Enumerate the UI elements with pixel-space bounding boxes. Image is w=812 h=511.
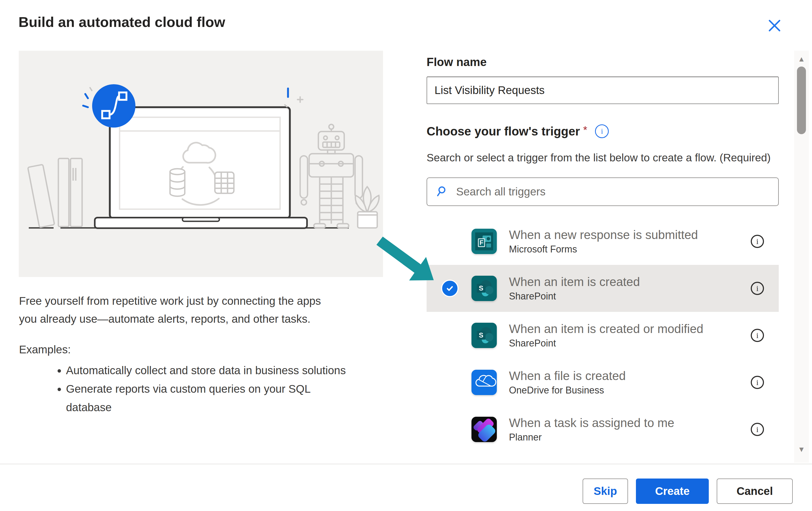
page-title: Build an automated cloud flow — [19, 14, 225, 30]
search-input[interactable] — [456, 185, 778, 198]
pointer-arrow — [374, 237, 438, 287]
database-icon — [170, 169, 185, 196]
trigger-row-onedrive-file-created[interactable]: When a file is created OneDrive for Busi… — [427, 359, 779, 406]
sharepoint-icon: S — [471, 275, 497, 302]
footer-divider — [0, 464, 812, 464]
flow-name-label: Flow name — [427, 55, 487, 69]
table-icon — [215, 172, 234, 193]
close-button[interactable] — [766, 18, 783, 34]
trigger-title: When a task is assigned to me — [509, 416, 674, 430]
svg-text:F: F — [480, 239, 484, 246]
search-icon — [437, 185, 449, 198]
examples-list: Automatically collect and store data in … — [19, 361, 409, 417]
trigger-row-forms[interactable]: F When a new response is submitted Micro… — [427, 218, 779, 265]
trigger-title: When an item is created — [509, 274, 640, 289]
trigger-row-sharepoint-item-created[interactable]: S When an item is created SharePoint i — [427, 265, 779, 312]
trigger-title: When a new response is submitted — [509, 227, 698, 242]
robot-illustration — [300, 124, 362, 228]
info-icon[interactable]: i — [751, 423, 764, 436]
trigger-app: SharePoint — [509, 290, 640, 302]
sharepoint-icon: S — [471, 322, 497, 348]
plant-illustration — [355, 187, 379, 228]
scroll-up-icon[interactable]: ▲ — [794, 55, 809, 63]
scrollbar[interactable]: ▲ ▼ — [794, 51, 809, 463]
scroll-down-icon[interactable]: ▼ — [794, 445, 809, 454]
info-icon[interactable]: i — [751, 329, 764, 342]
cancel-button[interactable]: Cancel — [717, 479, 793, 504]
create-button[interactable]: Create — [636, 479, 709, 504]
trigger-row-sharepoint-item-created-modified[interactable]: S When an item is created or modified Sh… — [427, 312, 779, 359]
examples-label: Examples: — [19, 343, 71, 356]
scrollbar-thumb[interactable] — [797, 66, 806, 134]
trigger-app: OneDrive for Business — [509, 384, 626, 396]
trigger-list: F When a new response is submitted Micro… — [427, 218, 779, 453]
skip-button[interactable]: Skip — [583, 479, 628, 504]
selected-check-icon — [441, 280, 459, 297]
description-text: Free yourself from repetitive work just … — [19, 292, 394, 328]
info-icon[interactable]: i — [751, 282, 764, 295]
build-automated-cloud-flow-dialog: { "dialog": { "title": "Build an automat… — [0, 0, 812, 511]
trigger-row-planner-task-assigned[interactable]: When a task is assigned to me Planner i — [427, 406, 779, 453]
trigger-heading: Choose your flow's trigger — [427, 124, 580, 138]
onedrive-icon — [471, 369, 497, 396]
planner-icon — [471, 416, 497, 443]
flow-badge-icon — [92, 84, 136, 127]
flow-name-input[interactable] — [427, 77, 779, 104]
trigger-info-icon[interactable]: i — [595, 124, 609, 138]
trigger-app: Planner — [509, 431, 674, 444]
svg-text:S: S — [479, 284, 483, 292]
info-icon[interactable]: i — [751, 235, 764, 248]
info-icon[interactable]: i — [751, 376, 764, 389]
trigger-title: When a file is created — [509, 368, 626, 383]
required-asterisk: * — [583, 124, 587, 136]
example-item: Generate reports via custom queries on y… — [66, 380, 409, 417]
example-item: Automatically collect and store data in … — [66, 361, 409, 380]
trigger-help-text: Search or select a trigger from the list… — [427, 151, 771, 164]
books-illustration — [28, 159, 82, 228]
svg-text:S: S — [479, 331, 483, 339]
trigger-title: When an item is created or modified — [509, 321, 703, 336]
microsoft-forms-icon: F — [471, 228, 497, 255]
close-icon — [767, 30, 782, 33]
trigger-app: Microsoft Forms — [509, 243, 698, 255]
trigger-app: SharePoint — [509, 337, 703, 349]
trigger-search-box[interactable] — [427, 177, 779, 206]
cloud-flow-illustration — [19, 51, 383, 277]
